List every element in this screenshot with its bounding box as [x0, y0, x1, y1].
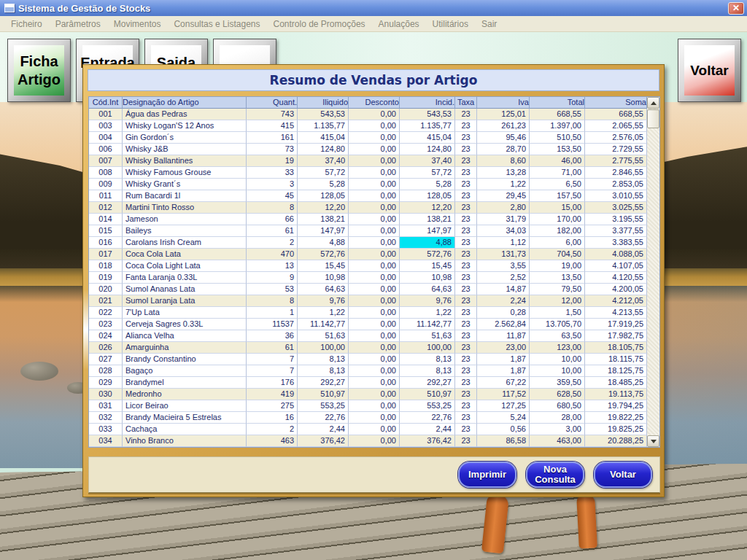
grid-row-028[interactable]: 028Bagaço78,130,008,13231,8710,0018.125,… [89, 365, 647, 377]
grid-cell[interactable]: 018 [89, 260, 123, 272]
grid-cell[interactable]: 8,13 [400, 354, 455, 365]
column-header-incid[interactable]: Incid. [400, 97, 455, 109]
grid-cell[interactable]: 1,22 [298, 307, 349, 319]
grid-cell[interactable]: 2.576,05 [585, 132, 647, 144]
grid-cell[interactable]: 0,00 [349, 132, 400, 144]
grid-cell[interactable]: 0,00 [349, 190, 400, 202]
grid-cell[interactable]: 176 [247, 377, 298, 389]
grid-cell[interactable]: 1,50 [530, 307, 585, 319]
vertical-scrollbar[interactable] [647, 97, 659, 447]
grid-row-024[interactable]: 024Alianca Velha3651,630,0051,632311,876… [89, 330, 647, 342]
grid-cell[interactable]: 016 [89, 237, 123, 249]
grid-cell[interactable]: 61 [247, 225, 298, 237]
grid-cell[interactable]: 51,63 [400, 330, 455, 342]
grid-cell[interactable]: 10,00 [530, 365, 585, 377]
column-header-codint[interactable]: Cód.Int [89, 97, 123, 109]
grid-cell[interactable]: 23 [455, 330, 477, 342]
grid-cell[interactable]: 23 [455, 272, 477, 284]
grid-cell[interactable]: 030 [89, 389, 123, 400]
grid-cell[interactable]: 003 [89, 120, 123, 132]
column-header-total[interactable]: Total [530, 97, 585, 109]
grid-cell[interactable]: 2.846,55 [585, 167, 647, 179]
grid-cell[interactable]: 29,45 [477, 190, 530, 202]
grid-cell[interactable]: 19.822,25 [585, 412, 647, 424]
grid-cell[interactable]: 124,80 [298, 144, 349, 155]
grid-cell[interactable]: Brandymel [123, 377, 247, 389]
grid-cell[interactable]: 23 [455, 190, 477, 202]
grid-cell[interactable]: Fanta Laranja 0.33L [123, 272, 247, 284]
grid-cell[interactable]: 0,00 [349, 330, 400, 342]
grid-cell[interactable]: 124,80 [400, 144, 455, 155]
grid-cell[interactable]: 57,72 [400, 167, 455, 179]
grid-row-021[interactable]: 021Sumol Laranja Lata89,760,009,76232,24… [89, 295, 647, 307]
grid-cell[interactable]: 11.142,77 [400, 319, 455, 330]
grid-row-018[interactable]: 018Coca Cola Light Lata1315,450,0015,452… [89, 260, 647, 272]
grid-cell[interactable]: 100,00 [298, 342, 349, 354]
grid-row-011[interactable]: 011Rum Bacardi 1l45128,050,00128,052329,… [89, 190, 647, 202]
grid-cell[interactable]: 147,97 [400, 225, 455, 237]
grid-cell[interactable]: 23 [455, 400, 477, 412]
grid-cell[interactable]: Amarguinha [123, 342, 247, 354]
grid-cell[interactable]: 0,00 [349, 424, 400, 435]
grid-cell[interactable]: 470 [247, 249, 298, 260]
grid-cell[interactable]: 0,00 [349, 412, 400, 424]
grid-cell[interactable]: 8 [247, 202, 298, 214]
grid-cell[interactable]: 2.065,55 [585, 120, 647, 132]
grid-cell[interactable]: 23 [455, 389, 477, 400]
voltar-top-button[interactable]: Voltar [678, 39, 741, 102]
grid-cell[interactable]: 2,24 [477, 295, 530, 307]
grid-cell[interactable]: 23,00 [477, 342, 530, 354]
grid-row-008[interactable]: 008Whisky Famous Grouse3357,720,0057,722… [89, 167, 647, 179]
grid-row-017[interactable]: 017Coca Cola Lata470572,760,00572,762313… [89, 249, 647, 260]
grid-cell[interactable]: 572,76 [298, 249, 349, 260]
grid-cell[interactable]: 007 [89, 155, 123, 167]
grid-cell[interactable]: 292,27 [298, 377, 349, 389]
grid-cell[interactable]: 23 [455, 179, 477, 190]
scroll-down-icon[interactable] [647, 435, 659, 447]
grid-cell[interactable]: 23 [455, 424, 477, 435]
grid-cell[interactable]: 64,63 [298, 284, 349, 295]
grid-cell[interactable]: 23 [455, 307, 477, 319]
grid-cell[interactable]: 7'Up Lata [123, 307, 247, 319]
grid-cell[interactable]: 8,60 [477, 155, 530, 167]
grid-cell[interactable]: 4.088,05 [585, 249, 647, 260]
grid-cell[interactable]: 009 [89, 179, 123, 190]
grid-cell[interactable]: 18.485,25 [585, 377, 647, 389]
grid-cell[interactable]: 2 [247, 424, 298, 435]
grid-cell[interactable]: 0,00 [349, 435, 400, 447]
grid-cell[interactable]: 23 [455, 354, 477, 365]
grid-cell[interactable]: 510,97 [400, 389, 455, 400]
grid-cell[interactable]: 1.135,77 [400, 120, 455, 132]
menu-item-utilitarios[interactable]: Utilitários [426, 18, 475, 31]
grid-cell[interactable]: 9,76 [400, 295, 455, 307]
grid-cell[interactable]: 020 [89, 284, 123, 295]
grid-cell[interactable]: 23 [455, 109, 477, 120]
grid-cell[interactable]: 0,00 [349, 377, 400, 389]
grid-cell[interactable]: 73 [247, 144, 298, 155]
grid-cell[interactable]: 463,00 [530, 435, 585, 447]
grid-cell[interactable]: 1,12 [477, 237, 530, 249]
grid-cell[interactable]: 23 [455, 167, 477, 179]
grid-cell[interactable]: 1.397,00 [530, 120, 585, 132]
grid-cell[interactable]: 2.853,05 [585, 179, 647, 190]
grid-cell[interactable]: 61 [247, 342, 298, 354]
grid-cell[interactable]: 0,00 [349, 202, 400, 214]
grid-cell[interactable]: 2,80 [477, 202, 530, 214]
grid-cell[interactable]: 376,42 [298, 435, 349, 447]
grid-cell[interactable]: 668,55 [530, 109, 585, 120]
grid-cell[interactable]: 011 [89, 190, 123, 202]
grid-cell[interactable]: Água das Pedras [123, 109, 247, 120]
grid-cell[interactable]: 3,55 [477, 260, 530, 272]
grid-cell[interactable]: 53 [247, 284, 298, 295]
grid-row-033[interactable]: 033Cachaça22,440,002,44230,563,0019.825,… [89, 424, 647, 435]
grid-row-020[interactable]: 020Sumol Ananas Lata5364,630,0064,632314… [89, 284, 647, 295]
grid-cell[interactable]: 13,28 [477, 167, 530, 179]
grid-cell[interactable]: 28,70 [477, 144, 530, 155]
grid-cell[interactable]: 023 [89, 319, 123, 330]
grid-cell[interactable]: 415 [247, 120, 298, 132]
grid-cell[interactable]: 0,00 [349, 155, 400, 167]
grid-row-012[interactable]: 012Martini Tinto Rosso812,200,0012,20232… [89, 202, 647, 214]
grid-cell[interactable]: 4.212,05 [585, 295, 647, 307]
grid-cell[interactable]: 6,50 [530, 179, 585, 190]
grid-cell[interactable]: 15,45 [400, 260, 455, 272]
